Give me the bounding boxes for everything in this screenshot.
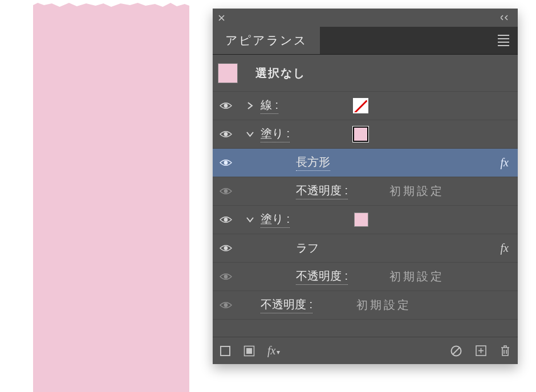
object-opacity-row[interactable]: 不透明度 : 初期設定 [213, 291, 518, 320]
new-stroke-button[interactable] [220, 345, 231, 357]
stroke-row[interactable]: 線 : [213, 92, 518, 120]
opacity-label[interactable]: 不透明度 : [261, 297, 312, 313]
svg-point-4 [224, 218, 228, 222]
effect-row-rough[interactable]: ラフ fx [213, 234, 518, 263]
visibility-toggle[interactable] [213, 158, 239, 167]
canvas-shape [33, 0, 189, 392]
opacity-row-1[interactable]: 不透明度 : 初期設定 [213, 177, 518, 206]
collapse-icon[interactable] [501, 15, 512, 21]
appearance-panel: アピアランス 選択なし 線 : [213, 9, 518, 364]
close-icon[interactable] [218, 15, 225, 21]
effect-rough-label[interactable]: ラフ [296, 240, 319, 256]
fx-icon: fx [267, 344, 275, 357]
visibility-toggle[interactable] [213, 244, 239, 252]
panel-body: 選択なし 線 : 塗り : [213, 55, 518, 337]
empty-row [213, 320, 518, 337]
fx-icon[interactable]: fx [501, 242, 509, 255]
svg-line-12 [453, 348, 460, 354]
new-fill-button[interactable] [243, 345, 255, 357]
fill-swatch[interactable] [354, 213, 368, 227]
panel-tabbar: アピアランス [213, 27, 518, 55]
chevron-down-icon [246, 131, 254, 137]
clear-appearance-button[interactable] [450, 345, 462, 357]
eye-icon [220, 101, 232, 110]
panel-titlebar[interactable] [213, 9, 518, 27]
opacity-value: 初期設定 [356, 297, 411, 313]
expand-toggle[interactable] [239, 102, 261, 109]
opacity-label[interactable]: 不透明度 : [296, 183, 348, 199]
duplicate-item-button[interactable] [475, 345, 487, 357]
visibility-toggle[interactable] [213, 301, 239, 309]
visibility-toggle[interactable] [213, 101, 239, 110]
fill-row-1[interactable]: 塗り : [213, 120, 518, 149]
svg-rect-8 [221, 346, 230, 356]
eye-icon [220, 187, 232, 195]
fill-row-2[interactable]: 塗り : [213, 206, 518, 234]
visibility-toggle[interactable] [213, 130, 239, 138]
effect-row-rectangle[interactable]: 長方形 fx [213, 149, 518, 177]
svg-point-6 [224, 275, 228, 279]
menu-icon [498, 35, 509, 46]
visibility-toggle[interactable] [213, 187, 239, 195]
eye-icon [220, 215, 232, 224]
selection-thumbnail[interactable] [218, 64, 237, 83]
chevron-down-icon [246, 217, 254, 223]
stroke-swatch-none[interactable] [353, 98, 368, 113]
eye-icon [220, 301, 232, 309]
delete-item-button[interactable] [500, 345, 511, 357]
visibility-toggle[interactable] [213, 272, 239, 281]
svg-point-2 [224, 161, 228, 165]
visibility-toggle[interactable] [213, 215, 239, 224]
fill-label[interactable]: 塗り : [261, 126, 290, 142]
svg-point-7 [224, 303, 228, 307]
panel-menu-button[interactable] [489, 27, 518, 54]
eye-icon [220, 130, 232, 138]
opacity-label[interactable]: 不透明度 : [296, 268, 348, 285]
opacity-row-2[interactable]: 不透明度 : 初期設定 [213, 263, 518, 291]
fill-label[interactable]: 塗り : [261, 211, 290, 228]
selection-label: 選択なし [255, 66, 306, 81]
opacity-value: 初期設定 [389, 269, 444, 284]
stroke-label[interactable]: 線 : [261, 97, 278, 114]
panel-footer: fx▾ [213, 337, 518, 364]
expand-toggle[interactable] [239, 131, 261, 137]
tab-appearance[interactable]: アピアランス [213, 27, 320, 54]
add-effect-button[interactable]: fx▾ [267, 344, 280, 357]
chevron-right-icon [247, 102, 253, 109]
expand-toggle[interactable] [239, 217, 261, 223]
selection-row: 選択なし [213, 55, 518, 92]
effect-rectangle-label[interactable]: 長方形 [296, 154, 330, 171]
eye-icon [220, 244, 232, 252]
opacity-value: 初期設定 [389, 183, 444, 199]
svg-point-0 [224, 104, 228, 108]
tab-label: アピアランス [225, 32, 307, 48]
fill-swatch[interactable] [353, 126, 368, 142]
eye-icon [220, 272, 232, 281]
eye-icon [220, 158, 232, 167]
svg-point-1 [224, 132, 228, 136]
svg-point-5 [224, 246, 228, 250]
svg-point-3 [224, 189, 228, 193]
svg-rect-10 [246, 348, 252, 354]
fx-icon[interactable]: fx [501, 156, 509, 169]
